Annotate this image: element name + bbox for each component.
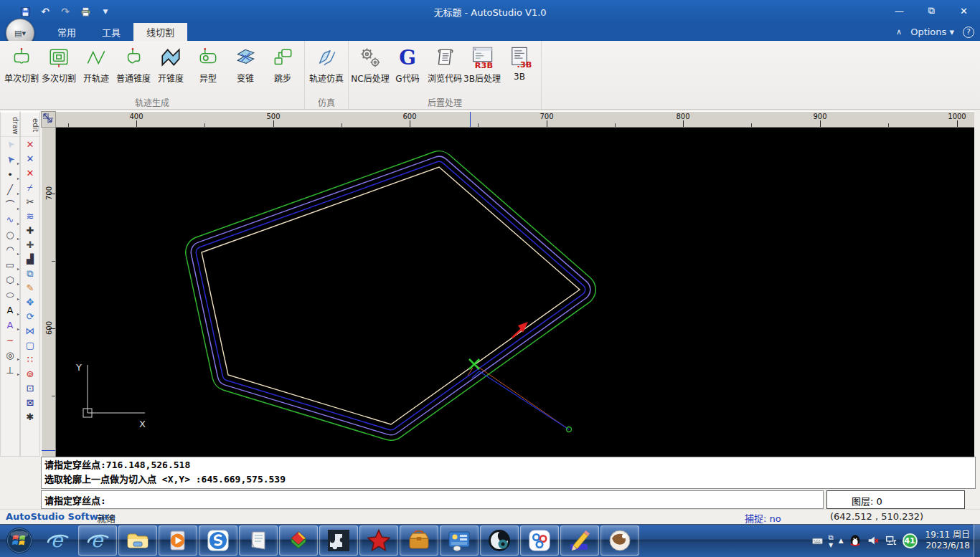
multi-cut-button[interactable]: 多次切割 <box>40 42 77 85</box>
tab-gongju[interactable]: 工具 <box>89 23 133 41</box>
drawing-canvas[interactable]: YX <box>56 128 974 457</box>
arc3-tool-icon: ⌒ <box>5 200 14 209</box>
open-track-button[interactable]: 开轨迹 <box>77 42 115 85</box>
move-point-tool[interactable]: ✚ <box>21 223 39 237</box>
battery-level-badge[interactable]: 41 <box>903 533 918 548</box>
array-tool[interactable]: ∷ <box>21 352 39 366</box>
g-code-button[interactable]: GG代码 <box>389 42 426 85</box>
circle-tool[interactable]: ○▸ <box>1 227 19 242</box>
b3-button[interactable]: .3B3B <box>501 42 538 83</box>
network-icon[interactable] <box>885 534 897 547</box>
special-shape-icon <box>196 44 220 71</box>
command-history-line: 请指定穿丝点:716.148,526.518 <box>44 458 972 472</box>
mirror-tool-icon: ⋈ <box>26 326 35 335</box>
arc-tool[interactable]: ◠▸ <box>1 242 19 257</box>
pencil-app[interactable] <box>560 525 599 556</box>
hidden-icons-chevron[interactable]: ▲ <box>839 537 844 544</box>
eraser-tool-icon: ✎ <box>27 283 34 292</box>
open-taper-button[interactable]: 开锥度 <box>152 42 189 85</box>
trim-tool[interactable]: ✕ <box>21 137 39 151</box>
spline-tool[interactable]: ∿▸ <box>1 212 19 227</box>
delete-tool[interactable]: ✕ <box>21 166 39 180</box>
fill-tool[interactable]: ▟ <box>21 252 39 266</box>
s-browser-app[interactable] <box>199 525 237 556</box>
track-sim-button[interactable]: 轨迹仿真 <box>308 42 345 85</box>
mirror-tool[interactable]: ⋈ <box>21 323 39 338</box>
point-tool[interactable]: •▸ <box>1 167 19 182</box>
copy-tool[interactable]: ✚ <box>21 237 39 252</box>
line-tool[interactable]: ╱▸ <box>1 182 19 197</box>
tab-xianqiege[interactable]: 线切割 <box>133 23 187 41</box>
share-app[interactable] <box>520 525 559 556</box>
curve-tool[interactable]: ∼ <box>1 333 19 348</box>
restore-button[interactable]: ⧉ <box>915 0 948 22</box>
join-tool-icon: ≋ <box>27 211 34 221</box>
gear-app[interactable] <box>480 525 519 556</box>
b3-post-button[interactable]: R3B3B后处理 <box>463 42 501 85</box>
block-tool[interactable]: ⊥▸ <box>1 363 19 378</box>
open-track-icon <box>84 44 108 71</box>
marquee-tool[interactable]: ▢ <box>21 338 39 352</box>
autostudio-window: ↶ ↷ ▼ 无标题 - AutoStudio V1.0 — ⧉ ✕ ▤▾ 常用 … <box>0 0 980 557</box>
notepad-app[interactable] <box>239 525 278 556</box>
internet-explorer-pinned[interactable]: e <box>38 525 77 556</box>
eraser-tool[interactable]: ✎ <box>21 280 39 295</box>
move-tool[interactable]: ✥ <box>21 295 39 309</box>
show-desktop-button[interactable] <box>974 524 980 557</box>
special-shape-button[interactable]: 异型 <box>189 42 227 85</box>
break-tool[interactable]: ⌿ <box>21 180 39 194</box>
command-input[interactable]: 请指定穿丝点: <box>41 490 824 509</box>
polar-array-tool[interactable]: ⊚ <box>21 366 39 381</box>
internet-explorer[interactable]: e <box>78 525 117 556</box>
rect-tool[interactable]: ▭▸ <box>1 257 19 272</box>
arc-tool-icon: ◠ <box>6 245 14 254</box>
text-tool[interactable]: A▸ <box>1 303 19 318</box>
single-cut-button[interactable]: 单次切割 <box>3 42 40 85</box>
plugin-app[interactable] <box>319 525 358 556</box>
file-explorer[interactable] <box>118 525 157 556</box>
volume-muted-icon[interactable] <box>867 534 880 547</box>
start-button[interactable] <box>2 525 37 556</box>
keyboard-icon[interactable] <box>811 535 824 547</box>
clock[interactable]: 19:11 周日2023/6/18 <box>923 530 973 551</box>
media-player[interactable] <box>159 525 197 556</box>
var-taper-button[interactable]: 变锥 <box>227 42 264 85</box>
nc-post-button[interactable]: NC后处理 <box>352 42 389 85</box>
text-path-tool[interactable]: A▸ <box>1 318 19 333</box>
join-tool[interactable]: ≋ <box>21 209 39 223</box>
spiral-tool[interactable]: ◎▸ <box>1 348 19 363</box>
collapse-ribbon-icon[interactable]: ∧ <box>896 27 902 37</box>
ruler-tick-label: 800 <box>676 113 689 120</box>
minimize-button[interactable]: — <box>883 0 915 22</box>
g-code-icon: G <box>395 44 420 71</box>
node-edit-tool[interactable]: ➤▸ <box>1 152 19 167</box>
tab-changyong[interactable]: 常用 <box>44 23 89 41</box>
polygon-tool[interactable]: ⬡▸ <box>1 272 19 287</box>
taper-button[interactable]: 普通锥度 <box>115 42 152 85</box>
rotate-tool[interactable]: ⟳ <box>21 309 39 323</box>
toolbox-app[interactable] <box>400 525 438 556</box>
extend-tool[interactable]: ✕ <box>21 151 39 166</box>
cut-tool[interactable]: ✂ <box>21 194 39 209</box>
wand-tool[interactable]: ✱ <box>21 409 39 424</box>
ellipse-tool[interactable]: ⬭▸ <box>1 287 19 303</box>
arc3-tool[interactable]: ⌒▸ <box>1 197 19 212</box>
view-code-button[interactable]: 浏览代码 <box>426 42 463 85</box>
star-app[interactable] <box>359 525 398 556</box>
skip-step-button[interactable]: 跳步 <box>264 42 301 85</box>
help-icon[interactable]: ? <box>963 27 974 38</box>
close-button[interactable]: ✕ <box>948 0 980 22</box>
snap-indicator[interactable]: 捕捉: no <box>745 511 781 525</box>
cad-app[interactable] <box>279 525 318 556</box>
transform-tool[interactable]: ⊠ <box>21 395 39 409</box>
ruler-corner <box>41 111 56 128</box>
skip-step-icon <box>270 44 295 71</box>
control-panel-app[interactable] <box>440 525 479 556</box>
language-bar-icon[interactable]: ⧉▼ <box>829 533 834 548</box>
offset-tool[interactable]: ⧉ <box>21 266 39 280</box>
select-tool[interactable]: ➤ <box>1 137 19 152</box>
scale-tool[interactable]: ⊡ <box>21 381 39 395</box>
paint-app[interactable] <box>600 525 639 556</box>
qq-icon[interactable] <box>849 534 862 547</box>
options-menu[interactable]: Options ▾ <box>910 27 954 37</box>
